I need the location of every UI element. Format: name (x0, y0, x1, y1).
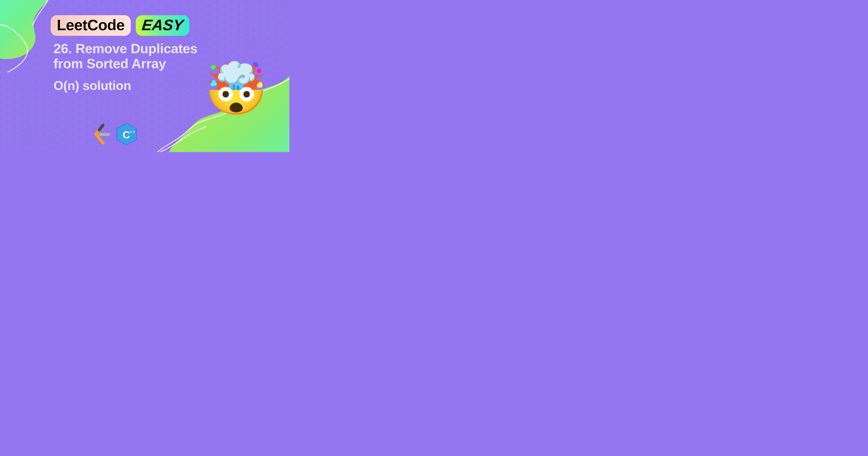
title-line-2: from Sorted Array (54, 56, 197, 71)
title-line-1: 26. Remove Duplicates (54, 41, 197, 56)
svg-text:C: C (123, 129, 130, 140)
leetcode-badge: LeetCode (51, 15, 131, 36)
main-text: 26. Remove Duplicates from Sorted Array … (54, 41, 197, 93)
svg-text:+: + (133, 130, 135, 134)
easy-badge: EASY (136, 15, 189, 36)
complexity-subtitle: O(n) solution (54, 79, 197, 93)
cpp-logo-icon: C + + (116, 122, 137, 146)
svg-text:+: + (130, 130, 132, 134)
mind-blown-emoji: 🤯 (205, 63, 268, 114)
logo-row: C + + (90, 122, 137, 146)
easy-badge-text: EASY (141, 18, 184, 33)
leetcode-logo-icon (90, 123, 110, 145)
badge-row: LeetCode EASY (51, 15, 189, 36)
